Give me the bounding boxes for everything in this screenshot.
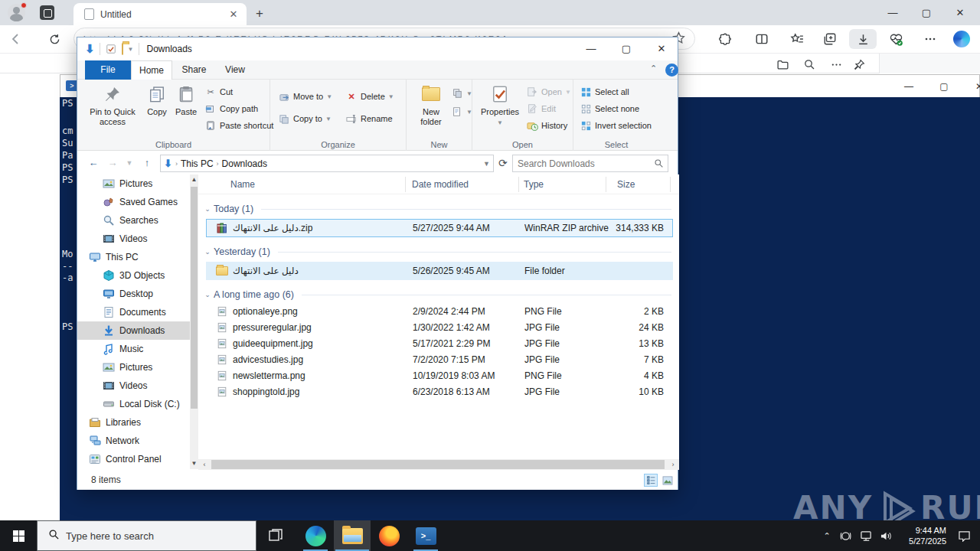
- tab-home[interactable]: Home: [131, 60, 172, 80]
- breadcrumb-this-pc[interactable]: This PC: [181, 158, 214, 169]
- sidebar-item-pictures[interactable]: Pictures: [77, 174, 190, 193]
- new-folder-button[interactable]: New folder: [411, 83, 451, 127]
- history-button[interactable]: History: [526, 119, 567, 132]
- invert-selection-button[interactable]: Invert selection: [580, 119, 652, 132]
- browser-essentials-icon[interactable]: [886, 29, 906, 49]
- explorer-close-button[interactable]: ✕: [644, 37, 679, 60]
- edit-button[interactable]: Edit: [526, 103, 556, 115]
- new-item-icon[interactable]: ▼: [451, 106, 472, 118]
- powershell-close-button[interactable]: ✕: [962, 75, 980, 98]
- back-icon[interactable]: [6, 29, 26, 49]
- pin-to-quick-access-button[interactable]: Pin to Quick access: [83, 83, 142, 127]
- qat-dropdown-icon[interactable]: ▼: [128, 46, 134, 53]
- copilot-icon[interactable]: [952, 29, 972, 49]
- qat-properties-icon[interactable]: [105, 43, 117, 55]
- tab-share[interactable]: Share: [172, 60, 216, 80]
- nav-forward-icon[interactable]: →: [105, 156, 120, 170]
- powershell-restore-button[interactable]: ▢: [926, 75, 962, 98]
- nav-recent-dropdown-icon[interactable]: ▼: [122, 156, 137, 170]
- more-options-icon[interactable]: [826, 54, 846, 74]
- address-dropdown-icon[interactable]: ▼: [483, 160, 490, 168]
- nav-scroll-thumb[interactable]: [191, 187, 198, 409]
- copy-button[interactable]: Copy: [143, 83, 171, 117]
- large-icons-view-button[interactable]: [661, 474, 675, 487]
- explorer-search-icon[interactable]: [654, 158, 664, 171]
- file-row[interactable]: دليل على الانتهاك 5/26/2025 9:45 AM File…: [206, 262, 673, 280]
- column-header-name[interactable]: Name: [230, 179, 255, 190]
- explorer-titlebar[interactable]: ⬇ ▼ Downloads — ▢ ✕: [77, 37, 678, 60]
- browser-close-button[interactable]: ✕: [944, 0, 976, 25]
- group-collapse-icon[interactable]: ⌄: [201, 291, 214, 298]
- help-icon[interactable]: ?: [665, 64, 678, 77]
- address-refresh-icon[interactable]: ⟳: [498, 157, 508, 169]
- horizontal-scrollbar[interactable]: ‹ ›: [198, 459, 679, 470]
- settings-more-icon[interactable]: [920, 29, 940, 49]
- file-row[interactable]: pressureregular.jpg 1/30/2022 1:42 AM JP…: [206, 319, 673, 335]
- move-to-button[interactable]: Move to▼: [278, 90, 332, 103]
- tab-file[interactable]: File: [85, 60, 131, 80]
- nav-scroll-up-icon[interactable]: ▲: [190, 174, 198, 185]
- address-breadcrumb[interactable]: ⬇ › This PC › Downloads ▼: [160, 155, 494, 172]
- file-row[interactable]: دليل على الانتهاك.zip 5/27/2025 9:44 AM …: [206, 219, 673, 237]
- sidebar-item-videos[interactable]: Videos: [77, 230, 190, 248]
- details-view-button[interactable]: [644, 474, 658, 487]
- minimize-ribbon-icon[interactable]: ⌃: [650, 64, 657, 73]
- sidebar-item-control-panel[interactable]: Control Panel: [77, 450, 190, 468]
- paste-shortcut-button[interactable]: Paste shortcut: [204, 119, 273, 132]
- network-icon[interactable]: [856, 520, 876, 551]
- breadcrumb-downloads[interactable]: Downloads: [222, 158, 267, 169]
- task-view-button[interactable]: [257, 520, 294, 551]
- nav-back-icon[interactable]: ←: [86, 156, 101, 170]
- refresh-icon[interactable]: [44, 29, 64, 49]
- tab-view[interactable]: View: [216, 60, 254, 80]
- search-icon[interactable]: [799, 54, 819, 74]
- taskbar-explorer-icon[interactable]: [334, 520, 371, 551]
- sidebar-item-libraries[interactable]: Libraries: [77, 413, 190, 432]
- folder-icon[interactable]: [773, 54, 792, 74]
- copy-path-button[interactable]: Copy path: [204, 103, 258, 115]
- file-row[interactable]: optionaleye.png 2/9/2024 2:44 PM PNG Fil…: [206, 303, 673, 319]
- browser-restore-button[interactable]: ▢: [910, 0, 942, 25]
- workspaces-icon[interactable]: [40, 5, 54, 20]
- sidebar-item-searches[interactable]: Searches: [77, 211, 190, 230]
- file-row[interactable]: newsletterma.png 10/19/2019 8:03 AM PNG …: [206, 367, 673, 383]
- file-row[interactable]: advicestudies.jpg 7/2/2020 7:15 PM JPG F…: [206, 351, 673, 367]
- file-group-header[interactable]: ⌄ A long time ago (6): [198, 286, 679, 303]
- sidebar-item-3d-objects[interactable]: 3D Objects: [77, 266, 190, 285]
- column-header-size[interactable]: Size: [617, 179, 635, 190]
- explorer-minimize-button[interactable]: —: [573, 37, 609, 60]
- group-collapse-icon[interactable]: ⌄: [201, 248, 214, 256]
- browser-minimize-button[interactable]: —: [877, 0, 909, 25]
- sidebar-item-videos[interactable]: Videos: [77, 377, 190, 395]
- delete-button[interactable]: ✕ Delete▼: [345, 90, 394, 103]
- sidebar-item-documents[interactable]: Documents: [77, 303, 190, 321]
- nav-scrollbar[interactable]: ▲ ▼: [190, 174, 198, 469]
- group-collapse-icon[interactable]: ⌄: [201, 205, 214, 213]
- hscroll-thumb[interactable]: [211, 460, 665, 469]
- collections-icon[interactable]: [820, 29, 840, 49]
- taskbar-powershell-icon[interactable]: >_: [407, 520, 444, 551]
- new-tab-button[interactable]: +: [256, 6, 263, 21]
- column-header-type[interactable]: Type: [524, 179, 544, 190]
- sidebar-item-network[interactable]: Network: [77, 432, 190, 450]
- file-row[interactable]: guideequipment.jpg 5/17/2021 2:29 PM JPG…: [206, 335, 673, 351]
- taskbar-edge-icon[interactable]: [297, 520, 334, 551]
- sidebar-item-pictures[interactable]: Pictures: [77, 358, 190, 377]
- file-row[interactable]: shoppingtold.jpg 6/23/2018 6:13 AM JPG F…: [206, 383, 673, 399]
- file-group-header[interactable]: ⌄ Yesterday (1): [198, 243, 679, 260]
- cut-button[interactable]: ✂Cut: [204, 86, 233, 98]
- start-button[interactable]: [0, 520, 37, 551]
- properties-button[interactable]: Properties▼: [479, 83, 521, 128]
- file-group-header[interactable]: ⌄ Today (1): [198, 201, 679, 217]
- hscroll-left-icon[interactable]: ‹: [198, 459, 211, 470]
- sidebar-item-local-disk-c-[interactable]: Local Disk (C:): [77, 395, 190, 413]
- sidebar-item-desktop[interactable]: Desktop: [77, 285, 190, 303]
- sidebar-item-saved-games[interactable]: Saved Games: [77, 193, 190, 211]
- pin-icon[interactable]: [849, 54, 869, 74]
- downloads-icon[interactable]: [849, 29, 877, 49]
- taskbar-firefox-icon[interactable]: [371, 520, 407, 551]
- nav-up-icon[interactable]: ↑: [139, 156, 155, 170]
- copy-to-button[interactable]: Copy to▼: [278, 112, 332, 125]
- explorer-maximize-button[interactable]: ▢: [609, 37, 644, 60]
- browser-tab[interactable]: Untitled ✕: [74, 3, 247, 25]
